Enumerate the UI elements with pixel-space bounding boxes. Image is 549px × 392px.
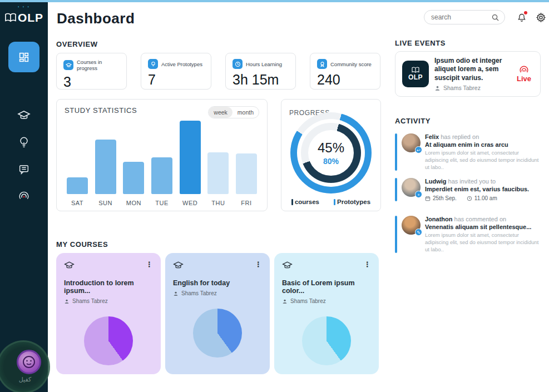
live-event-card[interactable]: OLP Ipsum odio et integer aliquet lorem … [395,51,541,97]
activity-item[interactable]: ✎ Jonathon has commented on Venenatis al… [395,216,542,253]
bar-chart-labels: SATSUNMONTUEWEDTHUFRI [67,200,257,206]
stat-card-hours[interactable]: Hours Learning 3h 15m [225,53,296,90]
progress-donut-outer: 45% 80% [290,112,372,193]
activity-body: Lorem ipsum dolor sit amet, consectetur … [425,150,542,171]
watermark-avatar [17,350,41,374]
live-logo-text: OLP [408,73,423,81]
search-input[interactable] [431,13,491,21]
live-badge-text: Live [515,75,533,83]
live-event-logo: OLP [402,61,429,87]
course-pie-chart [84,316,133,365]
course-title: Basic of Lorem ipsum color... [282,279,371,295]
comment-icon: ✎ [415,229,422,236]
invite-icon: + [415,191,422,198]
my-courses-label: MY COURSES [56,240,108,249]
settings-button[interactable] [534,11,547,24]
activity-accent-bar [395,133,397,171]
activity-actor: Ludwig [425,178,447,185]
course-card[interactable]: ⋮ Introduction to lorem ipsum... Shams T… [56,253,161,374]
person-icon [173,291,179,296]
sidebar-item-messages[interactable] [0,163,48,176]
bar-fri [236,153,257,194]
bar-label: SUN [95,200,116,206]
bar-wed [180,121,201,194]
stat-card-prototypes[interactable]: Active Prototypes 7 [141,53,211,90]
kebab-menu[interactable]: ⋮ [146,261,153,268]
person-icon [64,299,70,304]
activity-target: Imperdiet enim est, varius faucibus. [425,186,529,192]
activity-body: Lorem ipsum dolor sit amet, consectetur … [425,232,542,253]
bar-chart [67,120,257,194]
course-title: Introduction to lorem ipsum... [64,279,153,295]
activity-target: Venenatis aliquam sit pellentesque... [425,224,542,230]
courses-icon [63,60,73,70]
legend-mark-prototypes [334,199,335,205]
toggle-week[interactable]: week [209,107,233,118]
legend-label-courses: courses [295,199,319,205]
prototypes-icon [148,59,158,69]
legend-mark-courses [291,199,293,205]
progress-secondary-value: 80% [323,157,339,166]
stat-label: Hours Learning [246,61,282,67]
live-event-title: Ipsum odio et integer aliquet lorem a, s… [434,57,509,83]
toggle-month[interactable]: month [233,107,259,118]
avatar: ✎ [402,216,421,235]
kebab-menu[interactable]: ⋮ [255,261,262,268]
search-box[interactable] [424,10,505,24]
bar-label: FRI [236,200,257,206]
activity-item[interactable]: ↩ Felix has replied on At aliquam enim i… [395,133,542,171]
study-statistics-card: STUDY STATISTICS week month SATSUNMONTUE… [56,99,268,211]
watermark-text: كفيل [0,376,52,383]
sidebar-item-live[interactable] [0,190,48,202]
stat-card-score[interactable]: Community score 240 [310,53,380,90]
score-icon [317,59,327,69]
graduation-cap-icon [64,261,75,270]
course-author: Shams Tabrez [72,298,108,304]
course-title: English for today [173,279,262,287]
logo-text: OLP [18,11,43,24]
bar-tue [151,157,172,194]
live-broadcast-icon [518,66,530,75]
book-icon [4,13,17,23]
stat-value: 7 [148,72,204,88]
sidebar-item-ideas[interactable] [0,136,48,149]
bar-sat [67,177,88,194]
activity-time: 11.00 am [474,195,497,201]
activity-actor: Felix [425,133,439,140]
bar-label: SAT [67,200,88,206]
sidebar-item-dashboard[interactable] [8,42,39,72]
activity-action: has invited you to [448,178,496,185]
kebab-menu[interactable]: ⋮ [364,261,371,268]
course-author: Shams Tabrez [181,290,217,296]
activity-date: 25th Sep. [433,195,457,201]
progress-donut-inner: 45% 80% [301,123,361,183]
gear-icon [536,12,546,23]
search-icon[interactable] [491,13,499,22]
stat-label: Active Prototypes [161,61,202,67]
activity-action: has commented on [454,216,507,222]
clock-icon [233,59,243,69]
bar-label: TUE [151,200,172,206]
bar-mon [123,162,144,194]
avatar: ↩ [402,133,421,152]
stat-card-courses[interactable]: Courses in progress 3 [56,53,127,90]
face-icon [22,355,36,369]
progress-card: PROGRESS 45% 80% courses Prototypes [281,99,381,211]
clock-icon [467,196,472,201]
overview-label: OVERVIEW [56,40,98,48]
legend-label-prototypes: Prototypes [337,199,370,205]
course-pie-chart [193,309,242,358]
activity-item[interactable]: + Ludwig has invited you to Imperdiet en… [395,178,542,201]
notification-dot [524,11,527,14]
course-card[interactable]: ⋮ English for today Shams Tabrez [165,253,270,374]
course-card[interactable]: ⋮ Basic of Lorem ipsum color... Shams Ta… [274,253,379,374]
live-event-author: Shams Tabrez [443,85,481,91]
logo-spark-icon: ' ' ' [0,6,48,11]
bar-label: MON [123,200,144,206]
lightbulb-icon [18,136,30,149]
sidebar-item-courses[interactable] [0,109,48,122]
live-badge: Live [515,66,533,83]
notifications-button[interactable] [515,11,528,24]
person-icon [282,299,288,304]
activity-target: At aliquam enim in cras arcu [425,141,542,148]
